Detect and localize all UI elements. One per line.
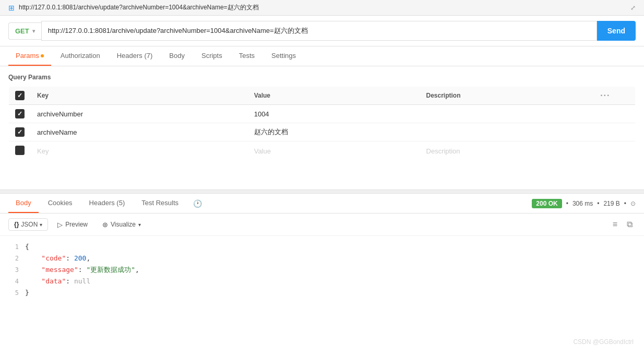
row1-checkbox-cell — [9, 105, 31, 123]
maximize-icon[interactable]: ⤢ — [630, 4, 636, 11]
empty-bulk — [617, 141, 636, 161]
response-toolbar: {} JSON ▾ ▷ Preview ⊛ Visualize ▾ ≡ ⧉ — [0, 213, 644, 236]
request-bar: GET ▾ Send — [0, 16, 644, 46]
response-section: Body Cookies Headers (5) Test Results 🕐 … — [0, 194, 644, 304]
status-badge: 200 OK — [532, 199, 562, 208]
response-time-value: 306 ms — [573, 200, 593, 207]
row1-checkbox[interactable] — [15, 109, 25, 118]
row1-bulk — [617, 105, 636, 123]
json-line-3: 3 "message": "更新数据成功", — [8, 264, 636, 276]
json-viewer: 1 { 2 "code": 200, 3 "message": "更新数据成功"… — [0, 236, 644, 304]
col-bulk — [617, 87, 636, 105]
row2-description[interactable] — [420, 123, 594, 141]
select-all-checkbox[interactable] — [15, 91, 25, 100]
row1-description[interactable] — [420, 105, 594, 123]
json-format-dropdown[interactable]: {} JSON ▾ — [8, 218, 48, 231]
col-actions: ··· — [594, 87, 616, 105]
method-select[interactable]: GET ▾ — [8, 22, 41, 40]
json-line-1: 1 { — [8, 241, 636, 253]
row1-key[interactable]: archiveNumber — [31, 105, 248, 123]
tab-body[interactable]: Body — [162, 46, 192, 66]
tab-tests[interactable]: Tests — [232, 46, 262, 66]
section-divider — [0, 189, 644, 194]
empty-checkbox-cell — [9, 141, 31, 161]
tab-scripts[interactable]: Scripts — [194, 46, 230, 66]
tab-authorization[interactable]: Authorization — [53, 46, 108, 66]
empty-description[interactable]: Description — [420, 141, 594, 161]
response-tab-cookies[interactable]: Cookies — [41, 194, 80, 213]
wrap-icon[interactable]: ≡ — [610, 218, 621, 231]
json-line-2: 2 "code": 200, — [8, 253, 636, 264]
toolbar-right: ≡ ⧉ — [610, 218, 636, 231]
preview-button[interactable]: ▷ Preview — [52, 219, 93, 231]
empty-checkbox[interactable] — [15, 146, 25, 155]
top-bar-url: http://127.0.0.1:8081/archive/update?arc… — [19, 3, 259, 12]
empty-row: Key Value Description — [9, 141, 636, 161]
query-params-label: Query Params — [8, 74, 636, 81]
empty-value[interactable]: Value — [248, 141, 420, 161]
empty-actions — [594, 141, 616, 161]
table-row: archiveNumber 1004 — [9, 105, 636, 123]
table-row: archiveName 赵六的文档 — [9, 123, 636, 141]
chevron-down-icon: ▾ — [138, 222, 141, 228]
method-label: GET — [15, 27, 29, 35]
response-size: 219 B — [603, 200, 619, 207]
chevron-down-icon: ▾ — [40, 222, 42, 228]
col-key: Key — [31, 87, 248, 105]
empty-key[interactable]: Key — [31, 141, 248, 161]
tab-headers[interactable]: Headers (7) — [110, 46, 160, 66]
stream-icon: ⊙ — [630, 200, 636, 207]
row2-checkbox[interactable] — [15, 127, 25, 137]
visualize-icon: ⊛ — [102, 221, 108, 229]
response-tabs: Body Cookies Headers (5) Test Results 🕐 … — [0, 194, 644, 213]
row2-value[interactable]: 赵六的文档 — [248, 123, 420, 141]
request-tabs: Params Authorization Headers (7) Body Sc… — [0, 46, 644, 66]
response-tab-test-results[interactable]: Test Results — [134, 194, 186, 213]
copy-icon[interactable]: ⧉ — [624, 218, 636, 231]
row2-checkbox-cell — [9, 123, 31, 141]
tab-settings[interactable]: Settings — [264, 46, 303, 66]
history-icon[interactable]: 🕐 — [188, 196, 207, 211]
row1-value[interactable]: 1004 — [248, 105, 420, 123]
json-line-4: 4 "data": null — [8, 276, 636, 287]
response-meta: 200 OK • 306 ms • 219 B • ⊙ — [532, 199, 636, 208]
tab-params[interactable]: Params — [8, 46, 51, 66]
query-params-section: Query Params Key Value Description ··· — [0, 66, 644, 169]
grid-icon: ⊞ — [8, 4, 15, 12]
response-time: • — [566, 200, 568, 207]
response-tab-body[interactable]: Body — [8, 194, 39, 213]
row1-actions — [594, 105, 616, 123]
row2-key[interactable]: archiveName — [31, 123, 248, 141]
response-tab-headers[interactable]: Headers (5) — [82, 194, 133, 213]
play-icon: ▷ — [57, 221, 63, 229]
chevron-down-icon: ▾ — [32, 28, 35, 34]
url-input[interactable] — [41, 21, 597, 41]
col-value: Value — [248, 87, 420, 105]
params-dot — [41, 54, 44, 57]
top-bar: ⊞ http://127.0.0.1:8081/archive/update?a… — [0, 0, 644, 16]
send-button[interactable]: Send — [597, 21, 636, 41]
row2-actions — [594, 123, 616, 141]
more-options-icon[interactable]: ··· — [600, 91, 610, 100]
params-table: Key Value Description ··· archiveNumber … — [8, 86, 636, 161]
visualize-button[interactable]: ⊛ Visualize ▾ — [97, 219, 146, 231]
col-description: Description — [420, 87, 594, 105]
row2-bulk — [617, 123, 636, 141]
col-checkbox — [9, 87, 31, 105]
json-line-5: 5 } — [8, 287, 636, 299]
